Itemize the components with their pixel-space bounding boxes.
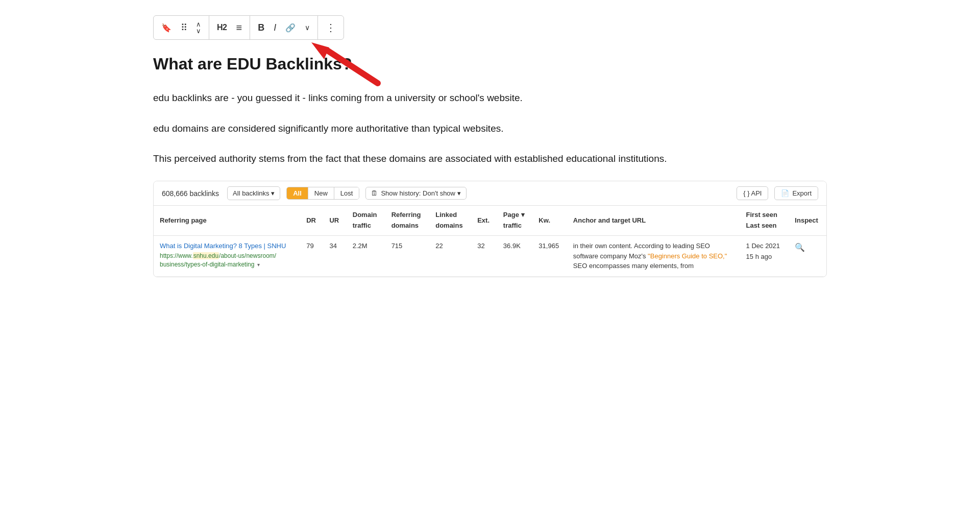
kebab-menu-icon[interactable]: ⋮ (323, 19, 338, 36)
anchor-link[interactable]: "Beginners Guide to SEO," (648, 252, 727, 260)
cell-domain-traffic: 2.2M (347, 236, 385, 277)
calendar-icon: 🗓 (371, 189, 378, 197)
filter-tab-all[interactable]: All (287, 187, 308, 199)
article-title: What are EDU Backlinks? (153, 54, 827, 74)
col-kw: Kw. (532, 206, 567, 235)
h2-button[interactable]: H2 (214, 21, 229, 34)
move-updown-icon[interactable]: ∧ ∨ (193, 19, 204, 36)
table-row: What is Digital Marketing? 8 Types | SNH… (154, 236, 826, 277)
col-ext: Ext. (471, 206, 497, 235)
drag-icon[interactable]: ⠿ (178, 20, 189, 35)
col-first-last-seen: First seenLast seen (740, 206, 789, 235)
backlinks-count: 608,666 backlinks (162, 188, 219, 199)
domain-highlight: snhu.edu (193, 252, 219, 259)
cell-page-traffic: 36.9K (497, 236, 533, 277)
bookmark-icon[interactable]: 🔖 (159, 21, 174, 35)
url-dropdown-icon[interactable]: ▾ (257, 262, 260, 268)
col-dr: DR (300, 206, 323, 235)
referring-page-link[interactable]: What is Digital Marketing? 8 Types | SNH… (160, 242, 286, 250)
link-icon[interactable]: 🔗 (283, 21, 298, 35)
cell-anchor-url: in their own content. According to leadi… (567, 236, 740, 277)
col-linked-domains: Linkeddomains (429, 206, 471, 235)
article-para-1: edu backlinks are - you guessed it - lin… (153, 90, 766, 106)
col-domain-traffic: Domaintraffic (347, 206, 385, 235)
export-label: Export (792, 189, 812, 197)
filter-tabs: All New Lost (286, 187, 359, 200)
chevron-down-icon[interactable]: ∨ (302, 21, 312, 34)
cell-inspect[interactable]: 🔍 (789, 236, 826, 277)
format-type-group: H2 ≡ (209, 16, 250, 39)
cell-referring-page: What is Digital Marketing? 8 Types | SNH… (154, 236, 300, 277)
filter-tab-new[interactable]: New (308, 187, 334, 199)
cell-dr: 79 (300, 236, 323, 277)
last-seen: 15 h ago (746, 252, 783, 262)
api-button[interactable]: { } API (737, 186, 768, 200)
align-icon[interactable]: ≡ (233, 20, 244, 36)
cell-linked-domains: 22 (429, 236, 471, 277)
backlinks-section: 608,666 backlinks All backlinks ▾ All Ne… (153, 181, 827, 277)
col-ur: UR (323, 206, 346, 235)
referring-page-url: https://www.snhu.edu/about-us/newsroom/b… (160, 252, 294, 269)
editor-toolbar: 🔖 ⠿ ∧ ∨ H2 ≡ B I 🔗 ∨ (153, 15, 344, 40)
italic-icon[interactable]: I (271, 20, 279, 35)
toolbar-container: 🔖 ⠿ ∧ ∨ H2 ≡ B I 🔗 ∨ (153, 15, 344, 54)
col-inspect: Inspect (789, 206, 826, 235)
col-referring-page: Referring page (154, 206, 300, 235)
cell-ext: 32 (471, 236, 497, 277)
format-style-group: B I 🔗 ∨ (250, 16, 318, 39)
inspect-icon[interactable]: 🔍 (795, 243, 805, 252)
filter-tab-lost[interactable]: Lost (334, 187, 359, 199)
cell-first-last-seen: 1 Dec 2021 15 h ago (740, 236, 789, 277)
show-history-button[interactable]: 🗓 Show history: Don't show ▾ (365, 187, 466, 200)
export-button[interactable]: 📄 Export (774, 186, 818, 200)
backlinks-table: Referring page DR UR Domaintraffic Refer… (154, 206, 826, 276)
export-icon: 📄 (781, 189, 789, 197)
all-backlinks-dropdown[interactable]: All backlinks ▾ (227, 186, 280, 200)
block-controls-group: 🔖 ⠿ ∧ ∨ (154, 16, 209, 39)
history-btn-label: Show history: Don't show ▾ (381, 189, 460, 197)
page-wrapper: 🔖 ⠿ ∧ ∨ H2 ≡ B I 🔗 ∨ (133, 0, 847, 293)
table-header-row: Referring page DR UR Domaintraffic Refer… (154, 206, 826, 235)
backlinks-toolbar: 608,666 backlinks All backlinks ▾ All Ne… (154, 181, 826, 206)
cell-ur: 34 (323, 236, 346, 277)
first-seen: 1 Dec 2021 (746, 241, 783, 252)
cell-referring-domains: 715 (385, 236, 430, 277)
bold-icon[interactable]: B (255, 20, 267, 35)
col-referring-domains: Referringdomains (385, 206, 430, 235)
article-para-2: edu domains are considered significantly… (153, 120, 766, 136)
col-page-traffic[interactable]: Page ▾traffic (497, 206, 533, 235)
cell-kw: 31,965 (532, 236, 567, 277)
col-anchor-url: Anchor and target URL (567, 206, 740, 235)
article-para-3: This perceived authority stems from the … (153, 151, 766, 166)
more-options-group: ⋮ (318, 16, 344, 39)
